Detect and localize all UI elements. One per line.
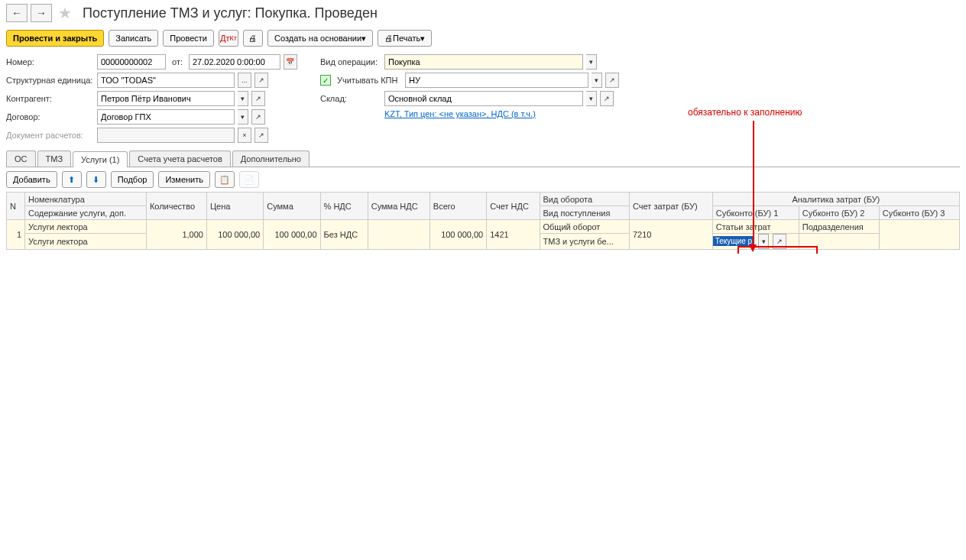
- org-input[interactable]: [97, 73, 235, 88]
- col-price: Цена: [206, 193, 263, 220]
- annotation-arrow-1: [753, 121, 754, 247]
- tab-tmz[interactable]: ТМЗ: [37, 151, 72, 167]
- warehouse-open-button[interactable]: ↗: [600, 91, 614, 106]
- dtkt-icon-button[interactable]: ДтКт: [219, 30, 238, 47]
- cell-desc[interactable]: Услуги лектора: [25, 234, 147, 250]
- print-icon-button[interactable]: 🖨: [243, 30, 263, 47]
- cell-cost-acc[interactable]: 7210: [630, 220, 713, 250]
- cell-vat-acc[interactable]: 1421: [487, 220, 540, 250]
- date-input[interactable]: [189, 54, 280, 70]
- kpn-label: Учитывать КПН: [337, 76, 402, 85]
- paste-icon-button[interactable]: 📄: [239, 171, 259, 188]
- op-type-input[interactable]: [384, 54, 583, 70]
- post-and-close-button[interactable]: Провести и закрыть: [6, 30, 104, 47]
- tab-accounts[interactable]: Счета учета расчетов: [129, 151, 230, 167]
- price-info-link[interactable]: KZT, Тип цен: <не указан>, НДС (в т.ч.): [384, 109, 536, 118]
- date-picker-icon[interactable]: 📅: [284, 54, 297, 70]
- post-button[interactable]: Провести: [163, 30, 214, 47]
- kpn-checkbox[interactable]: ✓: [320, 75, 331, 86]
- contract-label: Договор:: [6, 112, 94, 121]
- col-turnover: Вид оборота: [540, 193, 629, 206]
- cell-n[interactable]: 1: [7, 220, 25, 250]
- select-button[interactable]: Подбор: [111, 171, 154, 188]
- from-label: от:: [172, 57, 183, 66]
- contract-input[interactable]: [97, 109, 235, 125]
- warehouse-input[interactable]: [384, 91, 583, 106]
- kpn-dropdown-button[interactable]: ▾: [592, 73, 602, 88]
- col-analytics: Аналитика затрат (БУ): [712, 193, 959, 206]
- tab-extra[interactable]: Дополнительно: [232, 151, 310, 167]
- col-qty: Количество: [146, 193, 206, 220]
- kpn-input[interactable]: [405, 73, 588, 88]
- annotation-text: обязательно к заполнению: [688, 107, 802, 118]
- edit-button[interactable]: Изменить: [158, 171, 210, 188]
- col-nomenclature: Номенклатура: [25, 193, 147, 206]
- cell-sub1a[interactable]: Статьи затрат: [712, 220, 799, 234]
- doc-calc-input: [97, 128, 235, 143]
- col-sum: Сумма: [264, 193, 320, 220]
- counterparty-dropdown-button[interactable]: ▾: [238, 91, 248, 106]
- op-type-label: Вид операции:: [320, 57, 381, 66]
- services-grid[interactable]: N Номенклатура Количество Цена Сумма % Н…: [6, 192, 960, 250]
- counterparty-open-button[interactable]: ↗: [251, 91, 265, 106]
- number-input[interactable]: [97, 54, 166, 70]
- contract-dropdown-button[interactable]: ▾: [238, 109, 248, 125]
- add-row-button[interactable]: Добавить: [6, 171, 57, 188]
- doc-calc-open-button[interactable]: ↗: [254, 128, 268, 143]
- cell-vat-pct[interactable]: Без НДС: [320, 220, 368, 250]
- cell-sub2a[interactable]: Подразделения: [799, 220, 879, 234]
- col-vat-pct: % НДС: [320, 193, 368, 220]
- annotation-redbox-1: [737, 246, 818, 254]
- nav-forward-button[interactable]: →: [31, 4, 52, 22]
- cell-turnover[interactable]: Общий оборот: [540, 220, 629, 234]
- warehouse-dropdown-button[interactable]: ▾: [586, 91, 597, 106]
- tab-services[interactable]: Услуги (1): [73, 151, 128, 167]
- col-total: Всего: [430, 193, 486, 220]
- col-vat-acc: Счет НДС: [487, 193, 540, 220]
- subconto-selected-value[interactable]: Текущие р: [713, 236, 754, 246]
- contract-open-button[interactable]: ↗: [251, 109, 265, 125]
- col-sub2: Субконто (БУ) 2: [799, 206, 879, 220]
- col-sub1: Субконто (БУ) 1: [712, 206, 799, 220]
- print-button[interactable]: 🖨 Печать ▾: [378, 30, 432, 47]
- cell-receipt[interactable]: ТМЗ и услуги бе...: [540, 234, 629, 250]
- org-dots-button[interactable]: ...: [238, 73, 251, 88]
- favorite-star-icon[interactable]: ★: [58, 4, 72, 22]
- nav-back-button[interactable]: ←: [6, 4, 28, 22]
- org-label: Структурная единица:: [6, 76, 94, 85]
- create-based-button[interactable]: Создать на основании ▾: [267, 30, 373, 47]
- counterparty-input[interactable]: [97, 91, 235, 106]
- page-title: Поступление ТМЗ и услуг: Покупка. Провед…: [83, 5, 378, 21]
- col-desc: Содержание услуги, доп.: [25, 206, 147, 220]
- tab-os[interactable]: ОС: [6, 151, 36, 167]
- counterparty-label: Контрагент:: [6, 94, 94, 103]
- org-open-button[interactable]: ↗: [254, 73, 268, 88]
- cell-vat-sum[interactable]: [368, 220, 430, 250]
- copy-icon-button[interactable]: 📋: [215, 171, 235, 188]
- cell-sum[interactable]: 100 000,00: [264, 220, 320, 250]
- cell-total[interactable]: 100 000,00: [430, 220, 486, 250]
- col-cost-acc: Счет затрат (БУ): [630, 193, 713, 220]
- move-up-button[interactable]: ⬆: [62, 171, 82, 188]
- col-n: N: [7, 193, 25, 220]
- cell-nomenclature[interactable]: Услуги лектора: [25, 220, 147, 234]
- doc-calc-clear-button[interactable]: ×: [238, 128, 251, 143]
- warehouse-label: Склад:: [320, 94, 381, 103]
- save-button[interactable]: Записать: [109, 30, 158, 47]
- col-sub3: Субконто (БУ) 3: [879, 206, 959, 220]
- op-type-dropdown-button[interactable]: ▾: [586, 54, 597, 70]
- cell-price[interactable]: 100 000,00: [206, 220, 263, 250]
- cell-qty[interactable]: 1,000: [146, 220, 206, 250]
- kpn-open-button[interactable]: ↗: [605, 73, 619, 88]
- cell-sub3[interactable]: [879, 220, 959, 250]
- move-down-button[interactable]: ⬇: [86, 171, 106, 188]
- col-vat-sum: Сумма НДС: [368, 193, 430, 220]
- col-receipt: Вид поступления: [540, 206, 629, 220]
- number-label: Номер:: [6, 57, 94, 66]
- doc-calc-label: Документ расчетов:: [6, 131, 94, 140]
